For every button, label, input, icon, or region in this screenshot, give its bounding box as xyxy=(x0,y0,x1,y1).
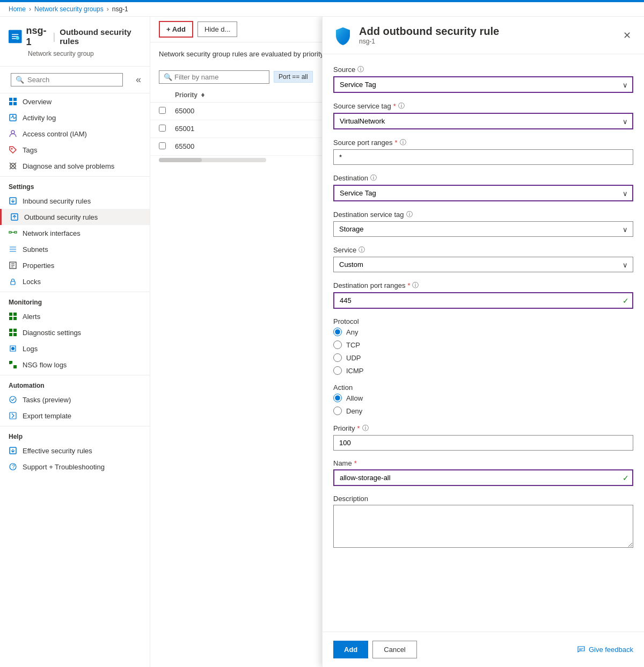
protocol-tcp-radio[interactable] xyxy=(333,340,342,349)
name-check-icon: ✓ xyxy=(623,474,629,482)
action-allow-option[interactable]: Allow xyxy=(333,394,633,402)
sidebar-label-activity: Activity log xyxy=(23,114,56,122)
protocol-any-option[interactable]: Any xyxy=(333,328,633,336)
panel-add-button[interactable]: Add xyxy=(333,641,368,658)
sidebar-item-diagnostic-settings[interactable]: Diagnostic settings xyxy=(0,324,150,340)
action-allow-radio[interactable] xyxy=(333,394,342,402)
row-checkbox-3[interactable] xyxy=(159,142,166,149)
breadcrumb-home[interactable]: Home xyxy=(9,5,26,13)
sidebar-item-alerts[interactable]: Alerts xyxy=(0,308,150,324)
panel-header: Add outbound security rule nsg-1 ✕ xyxy=(323,17,644,54)
breadcrumb-nsg-link[interactable]: Network security groups xyxy=(34,5,104,13)
filter-input[interactable] xyxy=(174,73,265,81)
svg-rect-5 xyxy=(13,102,17,105)
destination-service-tag-select[interactable]: Storage Internet VirtualNetwork xyxy=(333,221,633,237)
sidebar-label-diagnose: Diagnose and solve problems xyxy=(23,162,114,170)
sidebar-label-alerts: Alerts xyxy=(23,313,40,321)
search-input[interactable] xyxy=(27,76,118,84)
description-textarea[interactable] xyxy=(333,505,633,548)
sidebar-label-logs: Logs xyxy=(23,345,38,353)
source-service-tag-label: Source service tag * ⓘ xyxy=(333,102,633,111)
sidebar-label-subnets: Subnets xyxy=(23,245,48,253)
source-port-ranges-label: Source port ranges * ⓘ xyxy=(333,138,633,147)
panel-cancel-button[interactable]: Cancel xyxy=(372,641,416,658)
give-feedback-link[interactable]: Give feedback xyxy=(577,646,633,654)
close-panel-button[interactable]: ✕ xyxy=(621,27,633,44)
sidebar-item-export[interactable]: Export template xyxy=(0,408,150,424)
search-icon: 🔍 xyxy=(16,76,24,84)
export-icon xyxy=(9,411,17,420)
sidebar-item-iam[interactable]: Access control (IAM) xyxy=(0,126,150,142)
field-destination-service-tag: Destination service tag ⓘ Storage Intern… xyxy=(333,210,633,237)
dest-port-info-icon[interactable]: ⓘ xyxy=(412,281,419,290)
protocol-tcp-option[interactable]: TCP xyxy=(333,340,633,349)
sidebar-item-inbound[interactable]: Inbound security rules xyxy=(0,193,150,209)
col-priority-header[interactable]: Priority xyxy=(175,91,239,99)
source-select[interactable]: Service Tag Any IP Addresses Application… xyxy=(333,76,633,93)
source-port-ranges-input[interactable] xyxy=(333,149,633,165)
dest-port-ranges-input[interactable] xyxy=(333,292,633,309)
action-deny-radio[interactable] xyxy=(333,407,342,415)
field-source: Source ⓘ Service Tag Any IP Addresses Ap… xyxy=(333,65,633,93)
sidebar-item-support[interactable]: ? Support + Troubleshooting xyxy=(0,459,150,475)
protocol-icmp-radio[interactable] xyxy=(333,366,342,375)
svg-rect-3 xyxy=(13,98,17,101)
hide-button[interactable]: Hide d... xyxy=(197,21,237,37)
svg-point-1 xyxy=(16,37,19,40)
panel-title: Add outbound security rule xyxy=(359,25,499,38)
sidebar-item-tags[interactable]: Tags xyxy=(0,142,150,158)
sidebar-item-overview[interactable]: Overview xyxy=(0,93,150,110)
destination-service-tag-label: Destination service tag ⓘ xyxy=(333,210,633,219)
svg-rect-12 xyxy=(9,231,11,233)
sidebar-item-subnets[interactable]: Subnets xyxy=(0,241,150,257)
protocol-udp-option[interactable]: UDP xyxy=(333,353,633,362)
svg-rect-15 xyxy=(11,281,15,285)
sidebar-search-box[interactable]: 🔍 xyxy=(11,73,123,86)
sidebar-item-network-interfaces[interactable]: Network interfaces xyxy=(0,225,150,241)
protocol-udp-radio[interactable] xyxy=(333,353,342,362)
panel-subtitle: nsg-1 xyxy=(359,38,499,45)
destination-info-icon[interactable]: ⓘ xyxy=(370,173,377,183)
service-select[interactable]: Custom HTTP HTTPS RDP SSH xyxy=(333,257,633,272)
protocol-any-radio[interactable] xyxy=(333,328,342,336)
source-port-info-icon[interactable]: ⓘ xyxy=(400,138,406,147)
action-deny-option[interactable]: Deny xyxy=(333,407,633,415)
collapse-button[interactable]: « xyxy=(131,72,145,88)
breadcrumb-sep-2: › xyxy=(107,5,109,13)
priority-info-icon[interactable]: ⓘ xyxy=(362,424,369,433)
action-deny-label: Deny xyxy=(346,407,362,415)
service-info-icon[interactable]: ⓘ xyxy=(358,245,365,255)
sidebar-item-properties[interactable]: Properties xyxy=(0,257,150,273)
locks-icon xyxy=(9,277,17,286)
dest-port-check-icon: ✓ xyxy=(623,296,629,305)
sidebar-item-activity-log[interactable]: Activity log xyxy=(0,110,150,126)
dest-service-tag-info-icon[interactable]: ⓘ xyxy=(406,210,413,219)
source-service-tag-info-icon[interactable]: ⓘ xyxy=(398,102,405,111)
add-button[interactable]: + Add xyxy=(159,21,193,38)
protocol-any-label: Any xyxy=(346,328,358,336)
row-checkbox-1[interactable] xyxy=(159,107,166,114)
field-description: Description xyxy=(333,495,633,549)
sidebar-item-effective-rules[interactable]: Effective security rules xyxy=(0,443,150,459)
sidebar-item-nsg-flow-logs[interactable]: NSG flow logs xyxy=(0,357,150,373)
sidebar-item-locks[interactable]: Locks xyxy=(0,273,150,289)
sidebar-item-logs[interactable]: Logs xyxy=(0,340,150,357)
sidebar-item-outbound[interactable]: Outbound security rules xyxy=(0,209,150,225)
filter-tag-port[interactable]: Port == all xyxy=(274,71,313,83)
sidebar-item-tasks[interactable]: Tasks (preview) xyxy=(0,392,150,408)
source-service-tag-select[interactable]: VirtualNetwork Internet AzureLoadBalance… xyxy=(333,113,633,129)
name-input[interactable] xyxy=(333,469,633,486)
svg-point-7 xyxy=(11,130,14,134)
sidebar-header: nsg-1 | Outbound security rules Network … xyxy=(0,17,150,67)
filter-input-box[interactable]: 🔍 xyxy=(159,70,269,84)
breadcrumb-sep-1: › xyxy=(29,5,31,13)
sidebar-label-tags: Tags xyxy=(23,146,37,154)
required-star-2: * xyxy=(395,139,398,147)
source-info-icon[interactable]: ⓘ xyxy=(357,65,364,74)
action-radio-group: Allow Deny xyxy=(333,394,633,415)
protocol-icmp-option[interactable]: ICMP xyxy=(333,366,633,375)
row-checkbox-2[interactable] xyxy=(159,125,166,132)
priority-input[interactable] xyxy=(333,435,633,451)
sidebar-item-diagnose[interactable]: Diagnose and solve problems xyxy=(0,158,150,174)
destination-select[interactable]: Service Tag Any IP Addresses Application… xyxy=(333,185,633,201)
